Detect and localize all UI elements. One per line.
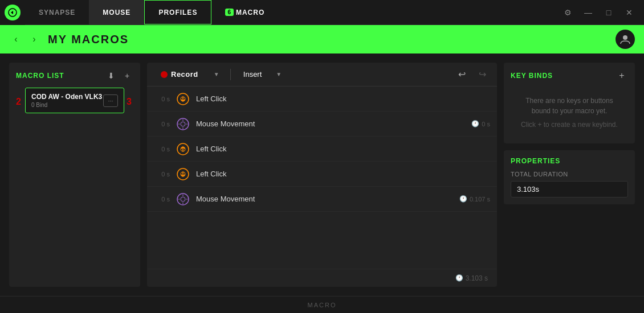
- event-icon: [176, 92, 190, 106]
- total-duration-value: 3.103s: [511, 181, 628, 197]
- properties-panel: PROPERTIES TOTAL DURATION 3.103s: [504, 150, 635, 204]
- center-panel: Record ▼ Insert ▼ ↩ ↪ 0 s: [147, 63, 497, 287]
- events-footer: 🕐 3.103 s: [147, 269, 497, 287]
- event-icon: [176, 192, 190, 207]
- insert-dropdown-arrow[interactable]: ▼: [272, 68, 286, 81]
- key-binds-empty-state: There are no keys or buttons bound to yo…: [511, 88, 628, 137]
- sidebar-actions: ⬇ +: [105, 69, 133, 82]
- macro-item-bind: 0 Bind: [31, 102, 102, 108]
- avatar[interactable]: [616, 30, 635, 49]
- tab-synapse[interactable]: SYNAPSE: [25, 0, 89, 24]
- clock-icon: 🕐: [471, 120, 479, 127]
- record-dot-icon: [161, 71, 168, 78]
- event-icon: [176, 142, 190, 156]
- event-row[interactable]: 0 s Left Click: [147, 162, 497, 187]
- header-navigation: ‹ ›: [9, 32, 41, 46]
- item-number-2: 2: [16, 97, 23, 107]
- logo-icon: [5, 5, 21, 20]
- key-binds-title: KEY BINDS: [511, 72, 553, 80]
- forward-button[interactable]: ›: [27, 32, 41, 46]
- event-row[interactable]: 0 s Left Click: [147, 87, 497, 112]
- settings-button[interactable]: ⚙: [560, 5, 576, 20]
- event-name: Mouse Movement: [196, 120, 466, 128]
- tab-profiles[interactable]: PROFILES: [144, 0, 211, 24]
- macro-item-menu-button[interactable]: ···: [103, 94, 118, 107]
- close-button[interactable]: ✕: [621, 5, 637, 20]
- events-list[interactable]: 0 s Left Click 0 s: [147, 87, 497, 269]
- title-tabs: SYNAPSE MOUSE PROFILES 6 MACRO: [25, 0, 560, 24]
- total-duration-label: TOTAL DURATION: [511, 171, 628, 178]
- macro-item-info: COD AW - Oden VLK3 0 Bind: [31, 93, 102, 108]
- macro-list-item[interactable]: COD AW - Oden VLK3 0 Bind ···: [25, 88, 124, 113]
- key-binds-empty-text: There are no keys or buttons bound to yo…: [515, 96, 623, 116]
- event-time: 0 s: [154, 196, 170, 203]
- item-number-3: 3: [127, 97, 133, 107]
- right-panel: KEY BINDS + There are no keys or buttons…: [504, 63, 635, 287]
- undo-button[interactable]: ↩: [454, 67, 470, 83]
- total-duration: 3.103 s: [466, 274, 488, 282]
- bottom-bar-label: MACRO: [308, 302, 337, 308]
- event-name: Left Click: [196, 145, 490, 153]
- event-row-partial: [147, 212, 497, 224]
- event-time: 0 s: [154, 121, 170, 127]
- add-macro-button[interactable]: +: [121, 69, 133, 82]
- sidebar-title: MACRO LIST: [16, 72, 64, 80]
- svg-point-11: [181, 197, 185, 201]
- toolbar-divider: [230, 69, 231, 80]
- clock-icon: 🕐: [459, 195, 467, 203]
- macro-item-row: 2 COD AW - Oden VLK3 0 Bind ··· 3: [16, 88, 133, 116]
- properties-title: PROPERTIES: [511, 157, 628, 165]
- tab-macro[interactable]: 6 MACRO: [211, 0, 278, 24]
- event-icon: [176, 167, 190, 182]
- macro-badge: 6: [225, 9, 234, 16]
- event-icon: [176, 117, 190, 131]
- event-duration: 🕐 0 s: [471, 120, 490, 127]
- key-binds-hint: Click + to create a new keybind.: [515, 121, 623, 129]
- download-button[interactable]: ⬇: [105, 69, 117, 82]
- center-toolbar: Record ▼ Insert ▼ ↩ ↪: [147, 63, 497, 87]
- macro-sidebar: MACRO LIST ⬇ + 2 COD AW - Oden VLK3 0 Bi…: [9, 63, 140, 287]
- event-name: Mouse Movement: [196, 195, 454, 203]
- svg-point-1: [623, 35, 627, 40]
- record-button[interactable]: Record: [154, 67, 205, 82]
- title-bar: SYNAPSE MOUSE PROFILES 6 MACRO ⚙ — □ ✕: [0, 0, 644, 25]
- app-logo: [0, 0, 25, 25]
- page-title: MY MACROS: [48, 33, 609, 46]
- app-header: ‹ › MY MACROS: [0, 25, 644, 53]
- insert-button[interactable]: Insert: [238, 67, 268, 82]
- tab-mouse[interactable]: MOUSE: [89, 0, 144, 24]
- record-dropdown-arrow[interactable]: ▼: [210, 68, 223, 81]
- main-content: MACRO LIST ⬇ + 2 COD AW - Oden VLK3 0 Bi…: [0, 53, 644, 296]
- redo-button[interactable]: ↪: [474, 67, 490, 83]
- event-row[interactable]: 0 s Mouse Movement 🕐 0.107 s: [147, 187, 497, 212]
- key-binds-panel: KEY BINDS + There are no keys or buttons…: [504, 63, 635, 143]
- event-time: 0 s: [154, 171, 170, 178]
- event-duration: 🕐 0.107 s: [459, 195, 490, 203]
- event-row[interactable]: 0 s Left Click: [147, 137, 497, 162]
- event-row[interactable]: 0 s Mouse Movement 🕐 0 s: [147, 112, 497, 137]
- add-keybind-button[interactable]: +: [616, 69, 628, 82]
- event-name: Left Click: [196, 94, 490, 103]
- sidebar-header: MACRO LIST ⬇ +: [16, 69, 133, 82]
- event-time: 0 s: [154, 96, 170, 102]
- event-time: 0 s: [154, 146, 170, 153]
- event-name: Left Click: [196, 170, 490, 178]
- svg-point-5: [181, 122, 185, 126]
- key-binds-header: KEY BINDS +: [511, 69, 628, 82]
- bottom-bar: MACRO: [0, 296, 644, 313]
- back-button[interactable]: ‹: [9, 32, 23, 46]
- maximize-button[interactable]: □: [601, 5, 617, 20]
- minimize-button[interactable]: —: [580, 5, 596, 20]
- footer-clock-icon: 🕐: [455, 274, 463, 282]
- window-controls: ⚙ — □ ✕: [560, 5, 644, 20]
- macro-item-name: COD AW - Oden VLK3: [31, 93, 102, 101]
